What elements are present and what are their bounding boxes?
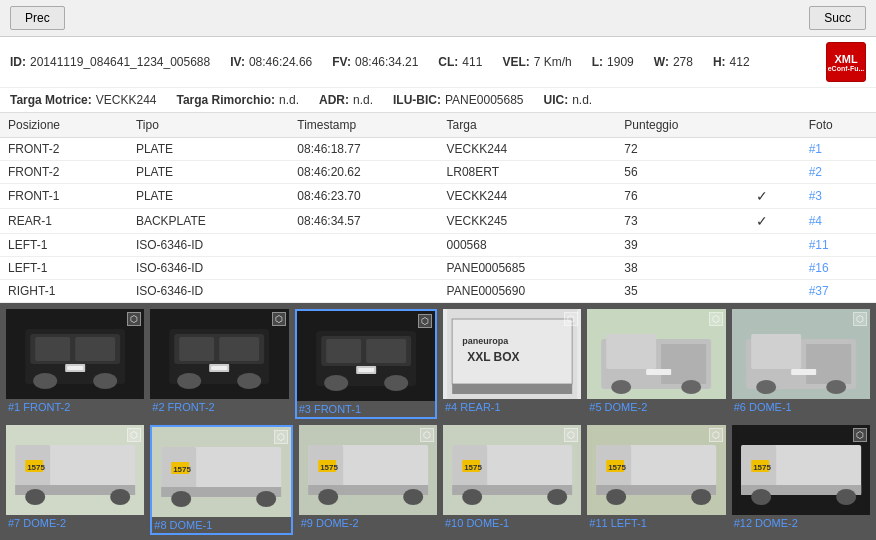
svg-point-91 [836,489,856,505]
expand-icon[interactable]: ⬡ [420,428,434,442]
expand-icon[interactable]: ⬡ [564,312,578,326]
cell-punteggio: 56 [616,161,748,184]
svg-point-58 [171,491,191,507]
targa-rimorchio-label: Targa Rimorchio: [177,93,275,107]
cell-targa: PANE0005690 [439,280,617,303]
cell-foto: #4 [801,209,876,234]
photo-label: #9 DOME-2 [299,515,437,531]
h-field: H: 412 [713,55,750,69]
col-foto: Foto [801,113,876,138]
photo-7[interactable]: 1575 ⬡ #7 DOME-2 [6,425,144,535]
cell-posizione: LEFT-1 [0,234,128,257]
svg-point-43 [756,380,776,394]
expand-icon[interactable]: ⬡ [709,428,723,442]
h-value: 412 [730,55,750,69]
id-field: ID: 20141119_084641_1234_005688 [10,55,210,69]
expand-icon[interactable]: ⬡ [274,430,288,444]
cell-tipo: ISO-6346-ID [128,234,289,257]
xml-badge[interactable]: XML eConf-Fu... [826,42,866,82]
photo-label: #6 DOME-1 [732,399,870,415]
table-row[interactable]: FRONT-2 PLATE 08:46:18.77 VECKK244 72 #1 [0,138,876,161]
svg-text:1575: 1575 [753,463,771,472]
l-value: 1909 [607,55,634,69]
table-row[interactable]: LEFT-1 ISO-6346-ID 000568 39 #11 [0,234,876,257]
svg-rect-12 [179,337,214,361]
table-row[interactable]: FRONT-1 PLATE 08:46:23.70 VECKK244 76 ✓ … [0,184,876,209]
photos-row-1: ⬡ #1 FRONT-2 ⬡ #2 FRONT-2 [0,303,876,425]
cell-tipo: PLATE [128,184,289,209]
prev-button[interactable]: Prec [10,6,65,30]
photo-11[interactable]: 1575 ⬡ #11 LEFT-1 [587,425,725,535]
svg-rect-26 [358,368,374,372]
photo-label: #10 DOME-1 [443,515,581,531]
expand-icon[interactable]: ⬡ [564,428,578,442]
photo-1[interactable]: ⬡ #1 FRONT-2 [6,309,144,419]
cell-targa: 000568 [439,234,617,257]
svg-point-5 [33,373,57,389]
vel-value: 7 Km/h [534,55,572,69]
svg-text:XXL BOX: XXL BOX [467,350,519,364]
svg-rect-42 [806,344,851,384]
photo-12[interactable]: 1575 ⬡ #12 DOME-2 [732,425,870,535]
cell-check [748,234,801,257]
targa-motrice-value: VECKK244 [96,93,157,107]
svg-point-67 [403,489,423,505]
data-table: Posizione Tipo Timestamp Targa Punteggio… [0,113,876,303]
photo-6[interactable]: ⬡ #6 DOME-1 [732,309,870,419]
id-value: 20141119_084641_1234_005688 [30,55,210,69]
cell-posizione: RIGHT-1 [0,280,128,303]
cell-timestamp: 08:46:34.57 [289,209,438,234]
xml-sub: eConf-Fu... [828,65,865,72]
cell-targa: PANE0005685 [439,257,617,280]
expand-icon[interactable]: ⬡ [418,314,432,328]
cell-foto: #1 [801,138,876,161]
svg-text:paneuropa: paneuropa [462,336,509,346]
top-bar: Prec Succ [0,0,876,37]
expand-icon[interactable]: ⬡ [272,312,286,326]
cell-posizione: FRONT-1 [0,184,128,209]
svg-point-14 [177,373,201,389]
photo-2[interactable]: ⬡ #2 FRONT-2 [150,309,288,419]
expand-icon[interactable]: ⬡ [127,312,141,326]
col-timestamp: Timestamp [289,113,438,138]
cell-timestamp: 08:46:23.70 [289,184,438,209]
expand-icon[interactable]: ⬡ [853,428,867,442]
cl-field: CL: 411 [438,55,482,69]
expand-icon[interactable]: ⬡ [853,312,867,326]
cell-posizione: REAR-1 [0,209,128,234]
svg-point-6 [93,373,117,389]
ilu-bic-field: ILU-BIC: PANE0005685 [393,93,524,107]
table-row[interactable]: FRONT-2 PLATE 08:46:20.62 LR08ERT 56 #2 [0,161,876,184]
svg-point-75 [547,489,567,505]
svg-point-15 [237,373,261,389]
cell-punteggio: 73 [616,209,748,234]
photo-3[interactable]: ⬡ #3 FRONT-1 [295,309,437,419]
xml-label: XML [834,53,857,65]
next-button[interactable]: Succ [809,6,866,30]
cell-posizione: FRONT-2 [0,161,128,184]
col-posizione: Posizione [0,113,128,138]
photo-8[interactable]: 1575 ⬡ #8 DOME-1 [150,425,292,535]
table-row[interactable]: LEFT-1 ISO-6346-ID PANE0005685 38 #16 [0,257,876,280]
photo-10[interactable]: 1575 ⬡ #10 DOME-1 [443,425,581,535]
svg-point-44 [826,380,846,394]
photo-9[interactable]: 1575 ⬡ #9 DOME-2 [299,425,437,535]
expand-icon[interactable]: ⬡ [709,312,723,326]
uic-field: UIC: n.d. [544,93,593,107]
cell-tipo: ISO-6346-ID [128,257,289,280]
photo-label: #7 DOME-2 [6,515,144,531]
cell-targa: VECKK244 [439,138,617,161]
svg-rect-13 [219,337,259,361]
ilu-bic-label: ILU-BIC: [393,93,441,107]
expand-icon[interactable]: ⬡ [127,428,141,442]
photo-4[interactable]: paneuropa XXL BOX ⬡ #4 REAR-1 [443,309,581,419]
cell-check [748,161,801,184]
cl-value: 411 [462,55,482,69]
table-row[interactable]: RIGHT-1 ISO-6346-ID PANE0005690 35 #37 [0,280,876,303]
fv-field: FV: 08:46:34.21 [332,55,418,69]
svg-rect-45 [791,369,816,375]
photo-5[interactable]: ⬡ #5 DOME-2 [587,309,725,419]
svg-rect-17 [211,366,227,370]
table-header-row: Posizione Tipo Timestamp Targa Punteggio… [0,113,876,138]
table-row[interactable]: REAR-1 BACKPLATE 08:46:34.57 VECKK245 73… [0,209,876,234]
